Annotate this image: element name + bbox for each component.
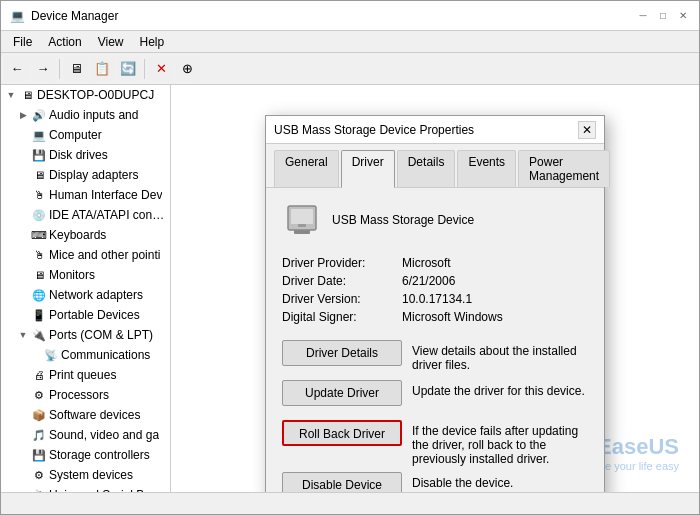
ide-icon: 💿 xyxy=(31,207,47,223)
tree-display-label: Display adapters xyxy=(49,168,138,182)
roll-back-desc: If the device fails after updating the d… xyxy=(412,420,588,466)
main-window: 💻 Device Manager ─ □ ✕ File Action View … xyxy=(0,0,700,515)
update-driver-row: Update Driver Update the driver for this… xyxy=(282,380,588,414)
print-icon: 🖨 xyxy=(31,367,47,383)
maximize-button[interactable]: □ xyxy=(655,8,671,24)
tree-item-ports[interactable]: ▼ 🔌 Ports (COM & LPT) xyxy=(13,325,170,345)
roll-back-row: Roll Back Driver If the device fails aft… xyxy=(282,420,588,466)
tree-ports-label: Ports (COM & LPT) xyxy=(49,328,153,342)
tab-driver[interactable]: Driver xyxy=(341,150,395,188)
tree-software-label: Software devices xyxy=(49,408,140,422)
refresh-button[interactable]: 🔄 xyxy=(116,57,140,81)
device-header: USB Mass Storage Device xyxy=(282,200,588,240)
keyboard-icon: ⌨ xyxy=(31,227,47,243)
tree-item-network[interactable]: ▶ 🌐 Network adapters xyxy=(13,285,170,305)
menu-help[interactable]: Help xyxy=(132,33,173,51)
status-bar xyxy=(1,492,699,514)
tree-item-system[interactable]: ▶ ⚙ System devices xyxy=(13,465,170,485)
tree-item-portable[interactable]: ▶ 📱 Portable Devices xyxy=(13,305,170,325)
driver-version-label: Driver Version: xyxy=(282,292,402,306)
window-controls: ─ □ ✕ xyxy=(635,8,691,24)
roll-back-button[interactable]: Roll Back Driver xyxy=(282,420,402,446)
tree-portable-label: Portable Devices xyxy=(49,308,140,322)
network-icon: 🌐 xyxy=(31,287,47,303)
back-button[interactable]: ← xyxy=(5,57,29,81)
tab-details[interactable]: Details xyxy=(397,150,456,187)
close-button[interactable]: ✕ xyxy=(675,8,691,24)
driver-details-button[interactable]: Driver Details xyxy=(282,340,402,366)
tree-item-audio[interactable]: ▶ 🔊 Audio inputs and xyxy=(13,105,170,125)
tree-computer-label: Computer xyxy=(49,128,102,142)
properties-button[interactable]: 📋 xyxy=(90,57,114,81)
tree-item-processors[interactable]: ▶ ⚙ Processors xyxy=(13,385,170,405)
tree-print-label: Print queues xyxy=(49,368,116,382)
tree-item-mice[interactable]: ▶ 🖱 Mice and other pointi xyxy=(13,245,170,265)
audio-icon: 🔊 xyxy=(31,107,47,123)
portable-icon: 📱 xyxy=(31,307,47,323)
svg-rect-2 xyxy=(291,209,313,224)
tree-item-software[interactable]: ▶ 📦 Software devices xyxy=(13,405,170,425)
tree-item-computer[interactable]: ▶ 💻 Computer xyxy=(13,125,170,145)
tab-power[interactable]: Power Management xyxy=(518,150,610,187)
menu-action[interactable]: Action xyxy=(40,33,89,51)
minimize-button[interactable]: ─ xyxy=(635,8,651,24)
update-driver-desc: Update the driver for this device. xyxy=(412,380,588,398)
tab-general[interactable]: General xyxy=(274,150,339,187)
update-driver-button[interactable]: Update Driver xyxy=(282,380,402,406)
disable-device-desc: Disable the device. xyxy=(412,472,588,490)
hid-icon: 🖱 xyxy=(31,187,47,203)
driver-signer-row: Digital Signer: Microsoft Windows xyxy=(282,310,588,324)
device-name: USB Mass Storage Device xyxy=(332,213,474,227)
add-button[interactable]: ⊕ xyxy=(175,57,199,81)
driver-provider-label: Driver Provider: xyxy=(282,256,402,270)
expand-icon: ▼ xyxy=(5,89,17,101)
tree-item-storage[interactable]: ▶ 💾 Storage controllers xyxy=(13,445,170,465)
remove-button[interactable]: ✕ xyxy=(149,57,173,81)
tree-keyboard-label: Keyboards xyxy=(49,228,106,242)
tree-processors-label: Processors xyxy=(49,388,109,402)
disk-icon: 💾 xyxy=(31,147,47,163)
menu-file[interactable]: File xyxy=(5,33,40,51)
svg-rect-3 xyxy=(298,224,306,227)
comp-icon: 💻 xyxy=(31,127,47,143)
properties-dialog: USB Mass Storage Device Properties ✕ Gen… xyxy=(265,115,605,492)
menu-view[interactable]: View xyxy=(90,33,132,51)
tree-item-monitors[interactable]: ▶ 🖥 Monitors xyxy=(13,265,170,285)
computer-button[interactable]: 🖥 xyxy=(64,57,88,81)
disable-device-button[interactable]: Disable Device xyxy=(282,472,402,492)
processors-icon: ⚙ xyxy=(31,387,47,403)
title-bar: 💻 Device Manager ─ □ ✕ xyxy=(1,1,699,31)
tree-item-display[interactable]: ▶ 🖥 Display adapters xyxy=(13,165,170,185)
tree-item-sound[interactable]: ▶ 🎵 Sound, video and ga xyxy=(13,425,170,445)
modal-backdrop: USB Mass Storage Device Properties ✕ Gen… xyxy=(171,85,699,492)
driver-date-row: Driver Date: 6/21/2006 xyxy=(282,274,588,288)
dialog-close-button[interactable]: ✕ xyxy=(578,121,596,139)
ports-icon: 🔌 xyxy=(31,327,47,343)
tree-item-keyboard[interactable]: ▶ ⌨ Keyboards xyxy=(13,225,170,245)
tree-item-print[interactable]: ▶ 🖨 Print queues xyxy=(13,365,170,385)
tree-item-hid[interactable]: ▶ 🖱 Human Interface Dev xyxy=(13,185,170,205)
dialog-body: USB Mass Storage Device Driver Provider:… xyxy=(266,188,604,492)
tree-item-usb[interactable]: ▼ 🔌 Universal Serial Bus c xyxy=(13,485,170,492)
tree-network-label: Network adapters xyxy=(49,288,143,302)
tree-audio-label: Audio inputs and xyxy=(49,108,138,122)
svg-rect-1 xyxy=(294,230,310,234)
tree-system-label: System devices xyxy=(49,468,133,482)
driver-date-value: 6/21/2006 xyxy=(402,274,588,288)
tree-item-ide[interactable]: ▶ 💿 IDE ATA/ATAPI contro xyxy=(13,205,170,225)
tree-item-disk[interactable]: ▶ 💾 Disk drives xyxy=(13,145,170,165)
software-icon: 📦 xyxy=(31,407,47,423)
forward-button[interactable]: → xyxy=(31,57,55,81)
toolbar-sep-1 xyxy=(59,59,60,79)
tree-monitors-label: Monitors xyxy=(49,268,95,282)
tree-root[interactable]: ▼ 🖥 DESKTOP-O0DUPCJ xyxy=(1,85,170,105)
menu-bar: File Action View Help xyxy=(1,31,699,53)
tab-events[interactable]: Events xyxy=(457,150,516,187)
display-icon: 🖥 xyxy=(31,167,47,183)
driver-details-desc: View details about the installed driver … xyxy=(412,340,588,372)
dialog-title: USB Mass Storage Device Properties xyxy=(274,123,474,137)
dialog-title-bar: USB Mass Storage Device Properties ✕ xyxy=(266,116,604,144)
tree-item-comms[interactable]: ▶ 📡 Communications xyxy=(25,345,170,365)
driver-info-table: Driver Provider: Microsoft Driver Date: … xyxy=(282,256,588,324)
tree-comms-label: Communications xyxy=(61,348,150,362)
